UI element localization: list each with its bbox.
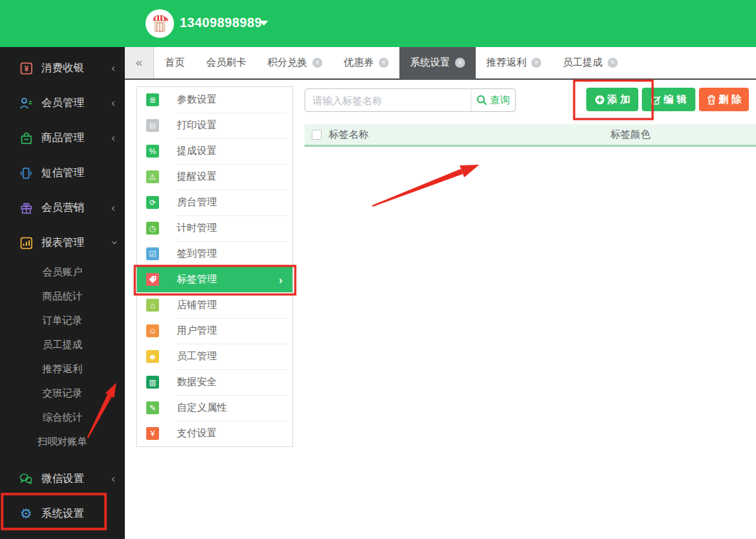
settings-item-commission[interactable]: % 提成设置 xyxy=(137,138,292,164)
settings-item-print[interactable]: ⊟ 打印设置 xyxy=(137,113,292,138)
close-icon[interactable]: × xyxy=(379,58,389,68)
tab-label: 系统设置 xyxy=(410,56,450,69)
printer-icon: ⊟ xyxy=(146,119,159,132)
wechat-icon xyxy=(19,472,33,486)
add-button[interactable]: 添 加 xyxy=(586,88,638,111)
sidebar-subitem-order-records[interactable]: 订单记录 xyxy=(0,309,125,333)
chevron-left-icon: ‹ xyxy=(111,96,116,110)
sidebar-item-label: 系统设置 xyxy=(41,507,84,520)
tab-label: 会员刷卡 xyxy=(206,56,246,69)
tab-label: 积分兑换 xyxy=(267,56,307,69)
sidebar-subitem-member-accounts[interactable]: 会员账户 xyxy=(0,260,125,284)
query-button[interactable]: 查询 xyxy=(471,89,515,111)
sidebar-subitem-shift-records[interactable]: 交班记录 xyxy=(0,381,125,406)
sidebar-item-label: 微信设置 xyxy=(41,472,84,486)
sidebar-item-members[interactable]: 会员管理 ‹ xyxy=(0,86,125,120)
settings-item-label: 用户管理 xyxy=(177,324,217,337)
edit-button-label: 编 辑 xyxy=(664,93,687,106)
close-icon[interactable]: × xyxy=(455,58,465,68)
tab-coupons[interactable]: 优惠券× xyxy=(333,47,399,78)
tab-referral-rebate[interactable]: 推荐返利× xyxy=(476,47,552,78)
sliders-icon: ≣ xyxy=(146,93,159,106)
payment-icon: ¥ xyxy=(146,427,159,440)
avatar[interactable] xyxy=(145,9,174,38)
settings-item-label: 员工管理 xyxy=(177,350,217,363)
add-button-label: 添 加 xyxy=(608,93,630,106)
close-icon[interactable]: × xyxy=(608,58,618,68)
sidebar-item-cashier[interactable]: ¥ 消费收银 ‹ xyxy=(0,51,125,86)
tab-home[interactable]: 首页 xyxy=(154,47,195,78)
sidebar-item-label: 短信管理 xyxy=(41,166,84,180)
sidebar-subitem-overall-stats[interactable]: 综合统计 xyxy=(0,406,125,430)
settings-item-timer[interactable]: ◷ 计时管理 xyxy=(137,215,292,241)
tab-system-settings[interactable]: 系统设置× xyxy=(399,47,476,78)
settings-item-parameters[interactable]: ≣ 参数设置 xyxy=(137,87,292,113)
subitem-label: 综合统计 xyxy=(43,411,83,424)
bell-icon: ⚠ xyxy=(146,170,159,183)
select-all-checkbox[interactable] xyxy=(312,130,322,140)
member-icon xyxy=(19,96,33,110)
settings-item-payment[interactable]: ¥ 支付设置 xyxy=(137,421,292,446)
svg-text:¥: ¥ xyxy=(24,64,29,73)
chevron-left-icon: ‹ xyxy=(111,131,116,145)
topbar: 13409898989 xyxy=(0,0,756,47)
settings-item-label: 房台管理 xyxy=(177,196,217,209)
sidebar-item-system-settings[interactable]: ⚙ 系统设置 xyxy=(0,496,125,531)
sidebar-item-goods[interactable]: 商品管理 ‹ xyxy=(0,120,125,155)
data-security-icon: ▥ xyxy=(146,376,159,389)
settings-item-checkin[interactable]: ☑ 签到管理 xyxy=(137,241,292,267)
settings-item-users[interactable]: ☺ 用户管理 xyxy=(137,318,292,344)
settings-item-tags[interactable]: 标签管理 › xyxy=(137,267,292,292)
marketing-gift-icon xyxy=(19,201,33,215)
sidebar-item-label: 报表管理 xyxy=(41,236,84,250)
custom-attr-pencil-icon: ✎ xyxy=(146,401,159,414)
close-icon[interactable]: × xyxy=(312,58,322,68)
settings-item-reminder[interactable]: ⚠ 提醒设置 xyxy=(137,164,292,190)
settings-item-label: 店铺管理 xyxy=(177,299,217,312)
close-icon[interactable]: × xyxy=(531,58,541,68)
sidebar-item-sms[interactable]: 短信管理 xyxy=(0,155,125,190)
delete-button[interactable]: 删 除 xyxy=(699,88,749,111)
tag-name-search-input[interactable] xyxy=(305,89,471,111)
gear-icon: ⚙ xyxy=(19,507,33,520)
sidebar-subitem-saobei-statement[interactable]: 扫呗对账单 xyxy=(0,430,125,454)
tab-points-exchange[interactable]: 积分兑换× xyxy=(257,47,333,78)
tab-label: 员工提成 xyxy=(563,56,603,69)
report-chart-icon xyxy=(19,236,33,250)
settings-item-label: 提成设置 xyxy=(177,145,217,158)
tab-label: 推荐返利 xyxy=(486,56,526,69)
tag-search-group: 查询 xyxy=(305,88,516,112)
annotation-arrow-main xyxy=(372,165,479,207)
sidebar-item-marketing[interactable]: 会员营销 ‹ xyxy=(0,190,125,225)
tabs-collapse-button[interactable]: « xyxy=(125,47,154,78)
query-button-label: 查询 xyxy=(490,94,510,107)
account-dropdown-caret-icon[interactable] xyxy=(260,21,268,26)
commission-icon: % xyxy=(146,145,159,158)
sidebar-item-reports[interactable]: 报表管理 ‹ xyxy=(0,225,125,260)
sidebar-subitem-staff-commission[interactable]: 员工提成 xyxy=(0,333,125,357)
settings-item-label: 自定义属性 xyxy=(177,401,227,414)
sidebar-item-label: 会员管理 xyxy=(41,96,84,110)
account-phone-number[interactable]: 13409898989 xyxy=(180,16,262,31)
settings-item-data-security[interactable]: ▥ 数据安全 xyxy=(137,369,292,395)
chevron-left-icon: ‹ xyxy=(111,472,116,486)
subitem-label: 会员账户 xyxy=(43,266,83,279)
cashier-icon: ¥ xyxy=(19,61,33,75)
settings-item-room-table[interactable]: ⟳ 房台管理 xyxy=(137,190,292,215)
sms-icon xyxy=(19,166,33,180)
tab-staff-commission[interactable]: 员工提成× xyxy=(552,47,628,78)
collapse-icon: « xyxy=(136,56,142,70)
edit-button[interactable]: 编 辑 xyxy=(642,88,695,111)
sidebar-subitem-referral-rebate[interactable]: 推荐返利 xyxy=(0,357,125,381)
tag-icon xyxy=(146,273,159,286)
tab-label: 优惠券 xyxy=(344,56,374,69)
settings-item-custom-attributes[interactable]: ✎ 自定义属性 xyxy=(137,395,292,421)
sidebar-item-wechat-settings[interactable]: 微信设置 ‹ xyxy=(0,461,125,496)
settings-item-label: 数据安全 xyxy=(177,376,217,389)
sidebar-subitem-goods-stats[interactable]: 商品统计 xyxy=(0,284,125,309)
settings-item-label: 签到管理 xyxy=(177,247,217,260)
settings-item-shop[interactable]: ⌂ 店铺管理 xyxy=(137,292,292,318)
settings-item-staff[interactable]: ☻ 员工管理 xyxy=(137,344,292,369)
tab-member-swipe[interactable]: 会员刷卡 xyxy=(195,47,257,78)
sidebar-item-label: 商品管理 xyxy=(41,131,84,145)
